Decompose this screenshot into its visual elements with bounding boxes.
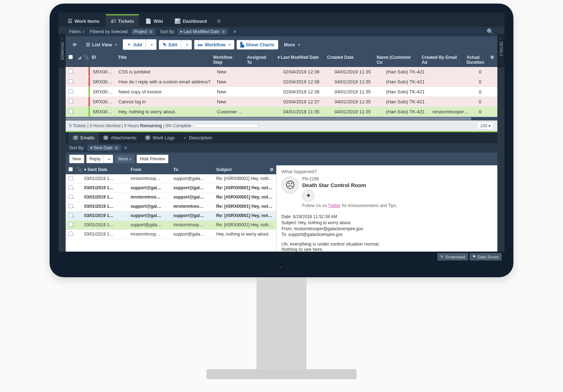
preview-what-label: What happened?	[282, 169, 492, 174]
refresh-button[interactable]: ⟳	[69, 40, 80, 49]
email-checkbox[interactable]	[69, 195, 73, 199]
hide-preview-button[interactable]: Hide Preview	[137, 155, 168, 163]
col-title[interactable]: Title	[115, 53, 210, 67]
ticket-row[interactable]: SRX00007CSS is jumbledNew02/04/2019 12:3…	[66, 67, 497, 77]
ticket-row[interactable]: SRX00006Hey, nothing to worry about.Cust…	[66, 107, 497, 117]
avatar-stormtrooper: ☹	[282, 176, 299, 194]
new-email-button[interactable]: New	[69, 155, 84, 163]
scratchpad-button[interactable]: ✎Scratchpad	[437, 253, 468, 261]
email-row[interactable]: 03/01/2019 1…mrstormtroop…support@gala…H…	[66, 230, 276, 239]
email-row[interactable]: 03/01/2019 1…support@gal…support@gal…Re:…	[66, 211, 276, 221]
email-select-all[interactable]	[69, 167, 73, 171]
email-checkbox[interactable]	[69, 232, 73, 236]
filter-tag-project[interactable]: Project⊗	[131, 29, 156, 35]
remove-sort-icon[interactable]: ⊗	[222, 29, 225, 34]
pencil-icon: ✎	[440, 254, 443, 259]
clear-filters-icon[interactable]: ✕	[233, 29, 237, 34]
list-view-dropdown[interactable]: ☰ List View	[82, 40, 121, 49]
col-to[interactable]: To	[171, 165, 213, 174]
col-sent-date[interactable]: ▾ Sent Date	[81, 165, 128, 174]
filters-dropdown[interactable]: Filters	[69, 29, 84, 34]
subtab-emails[interactable]: 7Emails	[69, 132, 99, 143]
add-button[interactable]: ＋Add	[123, 39, 146, 50]
col-from[interactable]: From	[128, 165, 171, 174]
col-created-date[interactable]: Created Date	[324, 53, 374, 67]
subtab-attachments[interactable]: 0Attachments	[99, 132, 141, 143]
email-sort-tag[interactable]: ▾ Sent Date⊗	[87, 145, 121, 151]
subtab-description[interactable]: Description	[179, 132, 216, 143]
col-assigned[interactable]: Assigned To	[244, 53, 274, 67]
tab-dashboard[interactable]: 📊Dashboard	[169, 15, 212, 27]
chart-icon: ▙	[240, 42, 244, 47]
tab-work-items[interactable]: ☰Work Items	[63, 15, 105, 27]
ticket-row[interactable]: SRX00008How do I reply with a custom ema…	[66, 77, 497, 87]
reply-button[interactable]: Reply	[86, 155, 103, 163]
add-tab-button[interactable]: ⊞	[213, 15, 224, 27]
list-icon: ☰	[86, 42, 90, 47]
email-table-header: 📎 ▾ Sent Date From To Subject ⚙	[66, 165, 276, 174]
more-dropdown[interactable]: More	[280, 40, 304, 49]
email-attachment-col-icon[interactable]: 📎	[74, 165, 81, 174]
tab-wiki[interactable]: 📄Wiki	[140, 15, 168, 27]
col-settings-icon[interactable]: ⚙	[487, 53, 497, 67]
remove-filter-icon[interactable]: ⊗	[149, 29, 153, 34]
email-checkbox[interactable]	[69, 176, 73, 180]
count-badge: 0	[103, 135, 109, 140]
check-icon	[183, 135, 187, 140]
col-workflow[interactable]: Workflow Step	[210, 53, 244, 67]
daily-scrum-button[interactable]: ⚑Daily Scrum	[470, 253, 502, 261]
edit-dropdown[interactable]	[181, 40, 192, 50]
clear-email-filter-icon[interactable]: ✕	[124, 145, 127, 150]
horizontal-scrollbar[interactable]	[66, 117, 497, 120]
preview-body-line: Uh, everything is under control situatio…	[282, 241, 492, 247]
attachment-col-icon[interactable]: 📎	[81, 53, 89, 67]
ticket-row[interactable]: SRX00009Cannot log inNew02/04/2019 12:37…	[66, 97, 497, 107]
details-handle[interactable]: → DETAILS	[497, 34, 504, 68]
pencil-icon: ✎	[163, 42, 167, 47]
empire-logo-icon: ✦	[302, 190, 314, 202]
row-checkbox[interactable]	[69, 109, 73, 113]
row-checkbox[interactable]	[69, 79, 73, 83]
email-checkbox[interactable]	[69, 222, 73, 227]
page-size-dropdown[interactable]: 100 ▾	[477, 122, 494, 130]
toolbar: ⟳ ☰ List View ＋Add ✎Edit ▸▸Workflow ▙Sho…	[66, 36, 497, 53]
email-checkbox[interactable]	[69, 213, 73, 217]
twitter-link[interactable]: Twitter	[328, 203, 340, 208]
sort-tag[interactable]: ▾ Last Modified Date⊗	[177, 29, 228, 35]
subtab-work-logs[interactable]: 0Work Logs	[141, 132, 179, 143]
email-row[interactable]: 03/01/2019 1…mrstormtroop…support@gala…R…	[66, 174, 276, 184]
remove-email-sort-icon[interactable]: ⊗	[115, 145, 118, 150]
col-customer-name[interactable]: Name (Customer Co	[374, 53, 419, 67]
email-row[interactable]: 03/01/2019 1…support@gala…mrstormtroop…R…	[66, 221, 276, 230]
row-checkbox[interactable]	[69, 89, 73, 93]
sig-title: Death Star Control Room	[302, 182, 397, 188]
organize-handle[interactable]: → ORGANIZE	[59, 34, 66, 68]
sig-id: FN-2199	[302, 176, 397, 181]
email-checkbox[interactable]	[69, 204, 73, 208]
show-charts-button[interactable]: ▙Show Charts	[237, 40, 278, 50]
search-icon[interactable]: 🔍	[487, 28, 494, 35]
edit-button[interactable]: ✎Edit	[159, 40, 181, 50]
col-created-by-email[interactable]: Created By Email Ad	[419, 53, 464, 67]
email-col-settings-icon[interactable]: ⚙	[267, 165, 276, 174]
ticket-table-header: ◢ 📎 ID Title Workflow Step Assigned To ▾…	[66, 53, 497, 67]
ticket-row[interactable]: SRX00010Need copy of invoiceNew02/04/201…	[66, 87, 497, 97]
tab-tickets[interactable]: 🏷Tickets	[106, 14, 139, 27]
email-row[interactable]: 03/01/2019 1…support@gal…mrstormtroo…Re:…	[66, 202, 276, 211]
flag-col-icon[interactable]: ◢	[75, 53, 81, 67]
col-id[interactable]: ID	[89, 53, 115, 67]
row-checkbox[interactable]	[69, 99, 73, 103]
col-actual-duration[interactable]: Actual Duration	[464, 53, 487, 67]
tags-icon: 🏷	[111, 18, 116, 24]
email-more-dropdown[interactable]: More	[115, 155, 135, 163]
email-checkbox[interactable]	[69, 185, 73, 190]
reply-dropdown[interactable]	[103, 155, 113, 163]
col-subject[interactable]: Subject	[213, 165, 267, 174]
add-dropdown[interactable]	[146, 39, 157, 50]
email-row[interactable]: 03/01/2019 1…mrstormtroo…support@gal…Re:…	[66, 193, 276, 202]
email-row[interactable]: 03/01/2019 1…support@gal…support@gal…Re:…	[66, 184, 276, 193]
workflow-dropdown[interactable]: ▸▸Workflow	[194, 40, 234, 50]
col-last-modified[interactable]: ▾ Last Modified Date	[275, 53, 324, 67]
select-all-checkbox[interactable]	[69, 55, 73, 59]
row-checkbox[interactable]	[69, 69, 73, 73]
